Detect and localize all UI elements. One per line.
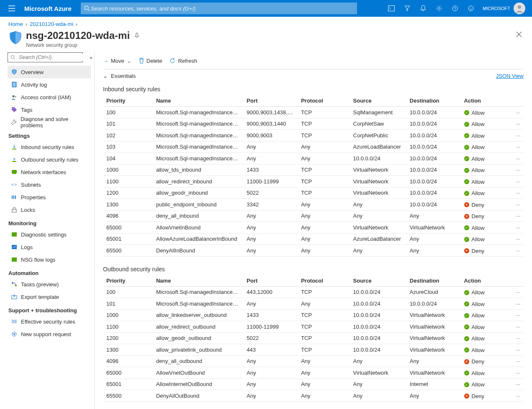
sidebar-search-input[interactable] [18,54,83,61]
table-row[interactable]: 65500DenyAllOutBoundAnyAnyAnyAny✕Deny··· [103,390,524,402]
account-area[interactable]: MICROSOFT [483,3,525,14]
table-row[interactable]: 100Microsoft.Sql-managedInstances_U...44… [103,286,524,298]
table-row[interactable]: 4096deny_all_inboundAnyAnyAnyAny✕Deny··· [103,210,524,222]
table-row[interactable]: 65001AllowInternetOutBoundAnyAnyAnyInter… [103,378,524,390]
col-name[interactable]: Name [153,275,243,287]
row-menu-button[interactable]: ··· [508,332,524,344]
table-row[interactable]: 1200allow_geodr_inbound5022TCPVirtualNet… [103,187,524,199]
delete-button[interactable]: Delete [139,58,162,64]
row-menu-button[interactable]: ··· [508,187,524,199]
nav-activity-log[interactable]: Activity log [8,78,91,91]
menu-icon[interactable] [3,5,20,11]
row-menu-button[interactable]: ··· [508,286,524,298]
row-menu-button[interactable]: ··· [508,118,524,130]
row-menu-button[interactable]: ··· [508,153,524,165]
row-menu-button[interactable]: ··· [508,344,524,356]
table-row[interactable]: 102Microsoft.Sql-managedInstances_U...90… [103,130,524,141]
table-row[interactable]: 100Microsoft.Sql-managedInstances_U...90… [103,107,524,118]
row-menu-button[interactable]: ··· [508,378,524,390]
nav-tags[interactable]: Tags [8,103,91,116]
table-row[interactable]: 101Microsoft.Sql-managedInstances_U...An… [103,298,524,310]
col-priority[interactable]: Priority [103,95,153,107]
nav-overview[interactable]: Overview [8,66,91,78]
brand-label[interactable]: Microsoft Azure [20,5,76,12]
row-menu-button[interactable]: ··· [508,390,524,402]
row-menu-button[interactable]: ··· [508,222,524,234]
nav-iam[interactable]: Access control (IAM) [8,91,91,103]
table-row[interactable]: 101Microsoft.Sql-managedInstances_U...90… [103,118,524,130]
cloud-shell-icon[interactable] [387,4,396,13]
row-menu-button[interactable]: ··· [508,107,524,118]
close-icon[interactable] [514,30,524,39]
row-menu-button[interactable]: ··· [508,367,524,379]
pin-icon[interactable] [134,33,140,39]
nav-nsg-flow-logs[interactable]: NSG flow logs [8,253,91,266]
row-menu-button[interactable]: ··· [508,130,524,141]
row-menu-button[interactable]: ··· [508,309,524,321]
nav-locks[interactable]: Locks [8,203,91,216]
sidebar-search[interactable] [8,52,83,62]
row-menu-button[interactable]: ··· [508,321,524,333]
row-menu-button[interactable]: ··· [508,176,524,188]
nav-tasks[interactable]: Tasks (preview) [8,278,91,291]
nav-subnets[interactable]: <·> Subnets [8,178,91,191]
col-port[interactable]: Port [243,275,298,287]
nav-outbound-rules[interactable]: Outbound security rules [8,153,91,166]
nav-nic[interactable]: Network interfaces [8,166,91,178]
col-port[interactable]: Port [243,95,298,107]
collapse-sidebar-icon[interactable]: « [90,54,93,61]
col-protocol[interactable]: Protocol [298,275,350,287]
row-menu-button[interactable]: ··· [508,298,524,310]
table-row[interactable]: 1100allow_redirect_inbound11000-11999TCP… [103,176,524,188]
col-priority[interactable]: Priority [103,275,153,287]
table-row[interactable]: 1200allow_geodr_outbound5022TCP10.0.0.0/… [103,332,524,344]
feedback-icon[interactable] [467,4,475,13]
move-button[interactable]: → Move ⌄ [103,58,131,64]
row-menu-button[interactable]: ··· [508,164,524,176]
nav-export-template[interactable]: Export template [8,291,91,303]
nav-diagnose[interactable]: Diagnose and solve problems [8,116,91,129]
table-row[interactable]: 1000allow_linkedserver_outbound1433TCP10… [103,309,524,321]
col-action[interactable]: Action [461,275,509,287]
json-view-link[interactable]: JSON View [496,73,524,79]
global-search[interactable] [81,3,357,14]
row-menu-button[interactable]: ··· [508,141,524,153]
row-menu-button[interactable]: ··· [508,233,524,245]
table-row[interactable]: 1100allow_redirect_outbound11000-11999TC… [103,321,524,333]
nav-properties[interactable]: Properties [8,191,91,203]
table-row[interactable]: 1300allow_privatelink_outbound443TCP10.0… [103,344,524,356]
row-menu-button[interactable]: ··· [508,355,524,367]
nav-effective-rules[interactable]: Effective security rules [8,315,91,328]
row-menu-button[interactable]: ··· [508,210,524,222]
table-row[interactable]: 4096deny_all_outboundAnyAnyAnyAny✕Deny··… [103,355,524,367]
help-icon[interactable]: ? [451,4,459,13]
col-destination[interactable]: Destination [406,275,461,287]
filter-icon[interactable] [403,4,411,13]
bell-icon[interactable] [419,4,427,13]
table-row[interactable]: 65001AllowAzureLoadBalancerInBoundAnyAny… [103,233,524,245]
gear-icon[interactable] [435,4,443,13]
col-source[interactable]: Source [350,95,406,107]
table-row[interactable]: 65000AllowVnetOutBoundAnyAnyVirtualNetwo… [103,367,524,379]
nav-diagnostic-settings[interactable]: Diagnostic settings [8,228,91,241]
table-row[interactable]: 1000allow_tds_inbound1433TCPVirtualNetwo… [103,164,524,176]
col-name[interactable]: Name [153,95,243,107]
global-search-input[interactable] [90,5,354,12]
col-protocol[interactable]: Protocol [298,95,350,107]
table-row[interactable]: 104Microsoft.Sql-managedInstances_U...An… [103,153,524,165]
col-action[interactable]: Action [461,95,509,107]
table-row[interactable]: 65000AllowVnetInBoundAnyAnyVirtualNetwor… [103,222,524,234]
table-row[interactable]: 1300public_endpoint_inbound3342AnyAny10.… [103,199,524,211]
refresh-button[interactable]: Refresh [170,58,197,64]
row-menu-button[interactable]: ··· [508,245,524,257]
nav-logs[interactable]: Logs [8,241,91,253]
row-menu-button[interactable]: ··· [508,199,524,211]
table-row[interactable]: 103Microsoft.Sql-managedInstances_U...An… [103,141,524,153]
crumb-parent[interactable]: 20210120-wda-mi [30,21,73,27]
table-row[interactable]: 65500DenyAllInBoundAnyAnyAnyAny✕Deny··· [103,245,524,257]
nav-new-support[interactable]: New support request [8,328,91,340]
essentials-toggle[interactable]: ⌄ Essentials JSON View [103,69,524,82]
crumb-home[interactable]: Home [8,21,23,27]
col-source[interactable]: Source [350,275,406,287]
nav-inbound-rules[interactable]: Inbound security rules [8,141,91,153]
